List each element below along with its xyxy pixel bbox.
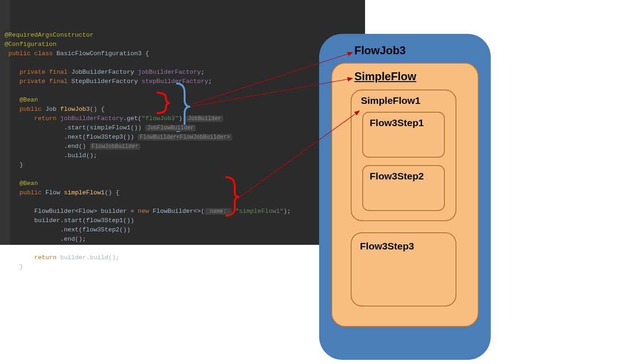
kw: public [19,189,42,196]
kw: public [19,106,42,113]
kw: final [49,78,68,85]
type: FlowBuilder<>( [149,208,205,215]
annotation: @RequiredArgsConstructor [5,32,94,38]
annotation: @Bean [19,180,38,187]
type-hint: FlowBuilder<FlowJobBuilder> [138,134,231,140]
type-hint: JobFlowBuilder [145,125,196,131]
classname: BasicFlowConfiguration3 [57,50,142,57]
simpleflow1-title: SimpleFlow1 [361,95,449,106]
string: "simpleFlow1" [235,208,283,215]
flowjob3-title: FlowJob3 [354,44,479,57]
kw: private [19,78,45,85]
eq: = [127,208,138,215]
method: flowJob3 [60,106,90,113]
type: JobBuilderFactory [71,69,135,76]
call: .next(flow3Step3()) [64,134,135,140]
code-editor: @RequiredArgsConstructor @Configuration … [0,0,365,245]
kw: final [49,69,68,76]
call: .get( [123,115,141,122]
call: ); [283,208,291,215]
sig: () { [90,106,105,113]
call: .start(simpleFlow1()) [64,124,142,131]
kw: public [8,50,31,57]
param-hint: name: [205,208,231,215]
type: Job [45,106,57,113]
flow3step3-box: Flow3Step3 [351,232,456,307]
type: Flow [45,189,60,196]
string: "flowJob3" [141,115,179,122]
call: .next(flow3Step2()) [60,226,131,233]
call: builder.start(flow3Step1()) [34,217,134,224]
simpleflow-title: SimpleFlow [354,70,468,83]
sig: () { [104,189,119,196]
annotation: @Bean [19,96,38,103]
flow3step1-box: Flow3Step1 [362,112,445,158]
kw: class [34,50,53,57]
expr: builder.build(); [57,254,120,261]
code-content: @RequiredArgsConstructor @Configuration … [4,31,361,272]
flow3step2-box: Flow3Step2 [362,165,445,211]
method: simpleFlow1 [64,189,105,196]
field: stepBuilderFactory [141,78,208,85]
type: FlowBuilder<Flow> [34,208,97,215]
kw: new [138,208,149,215]
annotation: @Configuration [5,41,57,48]
type: StepBuilderFactory [71,78,138,85]
kw: return [34,115,57,122]
type-hint: JobBuilder [186,115,223,122]
field: jobBuilderFactory [138,69,201,76]
brace: } [19,263,23,270]
var: builder [101,208,127,215]
call: .end() [64,143,86,150]
simpleflow1-box: SimpleFlow1 Flow3Step1 Flow3Step2 [351,89,456,221]
brace: { [141,50,149,57]
call: ) [179,115,182,122]
brace: } [19,161,23,168]
call: .build(); [64,152,97,159]
type-hint: FlowJobBuilder [90,143,141,150]
kw: private [19,69,45,76]
call: .end(); [60,236,86,243]
kw: return [34,254,57,261]
field: jobBuilderFactory [60,115,123,122]
